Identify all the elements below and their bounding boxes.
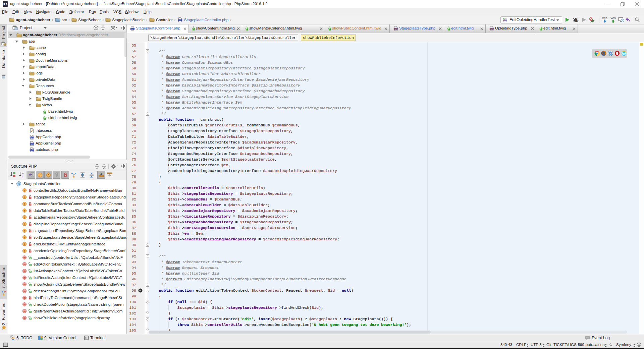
svg-text:VCS: VCS <box>610 17 615 20</box>
svg-text:z: z <box>22 175 24 178</box>
svg-text:PS: PS <box>3 3 7 6</box>
svg-text:VCS: VCS <box>602 17 607 20</box>
